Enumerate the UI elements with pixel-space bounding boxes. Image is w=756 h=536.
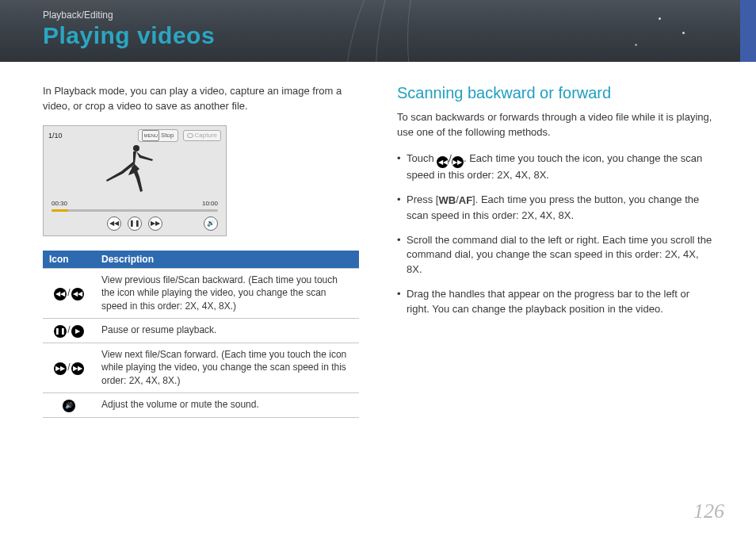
table-header-icon: Icon: [43, 251, 95, 269]
video-counter: 1/10: [48, 132, 63, 140]
volume-button[interactable]: 🔊: [204, 216, 218, 231]
table-row: ❚❚/▶ Pause or resume playback.: [43, 319, 359, 343]
section-title: Scanning backward or forward: [397, 84, 713, 102]
wb-icon: WB: [438, 193, 456, 209]
pause-button[interactable]: ❚❚: [128, 216, 142, 231]
content-area: In Playback mode, you can play a video, …: [43, 84, 713, 488]
right-column: Scanning backward or forward To scan bac…: [397, 84, 713, 488]
list-item: Touch ◀◀/▶▶. Each time you touch the ico…: [397, 151, 713, 183]
time-total: 10:00: [202, 200, 218, 207]
page-title: Playing videos: [43, 22, 215, 49]
af-icon: AF: [459, 193, 472, 209]
icon-description-table: Icon Description ◀◀/◀◀ View previous fil…: [43, 251, 359, 418]
menu-stop-button[interactable]: MENU Stop: [138, 129, 178, 142]
rewind-icon: ◀◀: [71, 288, 84, 301]
volume-icon: 🔊: [63, 400, 75, 412]
forward-icon: ▶▶: [71, 362, 84, 375]
capture-button[interactable]: Capture: [183, 130, 221, 141]
list-item: Scroll the command dial to the left or r…: [397, 233, 713, 278]
svg-point-0: [133, 145, 139, 151]
rewind-icon: ◀◀: [437, 156, 449, 168]
list-item: Press [WB/AF]. Each time you press the b…: [397, 193, 713, 224]
video-preview: 1/10 MENU Stop Capture: [43, 125, 227, 236]
list-item: Drag the handles that appear on the prog…: [397, 287, 713, 317]
play-icon: ▶: [71, 325, 84, 338]
progress-bar[interactable]: [52, 209, 218, 212]
section-tab: [740, 0, 756, 62]
ballerina-graphic: [103, 142, 166, 197]
rewind-icon: ◀◀: [54, 288, 67, 301]
forward-icon: ▶▶: [452, 156, 464, 168]
intro-text: In Playback mode, you can play a video, …: [43, 84, 359, 114]
table-header-desc: Description: [95, 251, 359, 269]
pause-icon: ❚❚: [54, 325, 67, 338]
forward-button[interactable]: ▶▶: [148, 216, 162, 231]
table-row: ▶▶/▶▶ View next file/Scan forward. (Each…: [43, 343, 359, 392]
table-row: ◀◀/◀◀ View previous file/Scan backward. …: [43, 268, 359, 318]
page-number: 126: [693, 500, 724, 523]
section-intro: To scan backwards or forwards through a …: [397, 110, 713, 140]
time-current: 00:30: [52, 200, 67, 207]
forward-icon: ▶▶: [54, 362, 67, 375]
breadcrumb: Playback/Editing: [43, 10, 113, 21]
rewind-button[interactable]: ◀◀: [107, 216, 121, 231]
left-column: In Playback mode, you can play a video, …: [43, 84, 359, 488]
table-row: 🔊 Adjust the volume or mute the sound.: [43, 393, 359, 418]
